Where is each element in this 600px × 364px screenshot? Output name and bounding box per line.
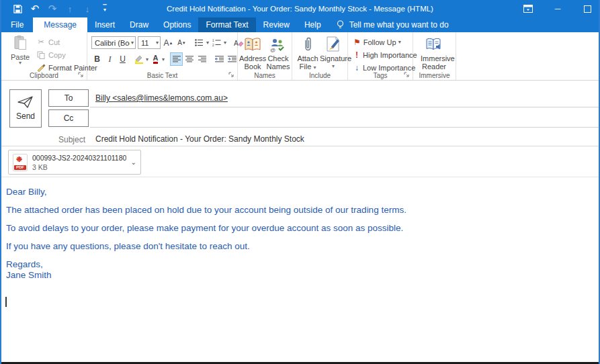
paperclip-icon <box>294 35 321 52</box>
tags-dialog-launcher-icon[interactable] <box>404 72 411 79</box>
to-field-underline <box>90 107 599 107</box>
tab-options[interactable]: Options <box>156 17 198 32</box>
tab-file[interactable]: File <box>1 17 33 32</box>
attachment-meta: 000993-JS2-20240321101180660.PDF 3 KB <box>32 154 126 171</box>
tell-me-box[interactable]: Tell me what you want to do <box>337 17 449 32</box>
follow-up-flag-icon: ⚑ <box>353 38 361 47</box>
font-name-combo[interactable]: Calibri (Bod ▾ <box>91 36 136 49</box>
tab-draw[interactable]: Draw <box>122 17 156 32</box>
ribbon-group-include: Attach File ▾ Signature ▾ Include <box>292 32 348 80</box>
clipboard-dialog-launcher-icon[interactable] <box>78 72 85 79</box>
address-book-icon <box>239 35 266 52</box>
outlook-message-window: ↶ ↷ ↑ ↓ ▔▾ Credit Hold Notification - Yo… <box>0 0 600 364</box>
save-icon[interactable] <box>11 3 24 15</box>
follow-up-button[interactable]: ⚑ Follow Up ▾ <box>353 36 417 48</box>
signature-line-1: Regards, <box>6 259 43 269</box>
address-book-button[interactable]: Address Book <box>239 35 266 71</box>
cc-button[interactable]: Cc <box>48 109 89 127</box>
paste-button[interactable]: Paste ▾ <box>7 35 34 73</box>
text-cursor <box>5 297 7 307</box>
low-importance-icon: ↓ <box>353 63 360 73</box>
immersive-reader-label-1: Immersive <box>421 54 447 62</box>
attach-file-button[interactable]: Attach File ▾ <box>294 35 321 72</box>
font-name-value: Calibri (Bod <box>95 39 130 47</box>
tab-message[interactable]: Message <box>33 17 87 32</box>
move-up-icon[interactable]: ↑ <box>63 3 77 15</box>
quick-access-toolbar: ↶ ↷ ↑ ↓ ▔▾ <box>1 3 112 15</box>
basic-text-group-label: Basic Text <box>87 72 237 79</box>
customize-quick-access-icon[interactable]: ▔▾ <box>98 3 112 15</box>
move-down-icon[interactable]: ↓ <box>81 3 94 15</box>
tab-review[interactable]: Review <box>256 17 297 32</box>
bold-button[interactable]: B <box>91 53 103 65</box>
copy-icon <box>36 50 46 59</box>
numbering-dropdown-icon[interactable]: ▾ <box>224 40 226 46</box>
attach-file-dropdown-icon: ▾ <box>313 64 316 71</box>
align-center-button[interactable] <box>183 53 195 65</box>
highlight-dropdown-icon[interactable]: ▾ <box>146 56 148 62</box>
high-importance-label: High Importance <box>363 51 417 59</box>
signature-dropdown-icon: ▾ <box>320 62 347 71</box>
tab-format-text[interactable]: Format Text <box>198 17 255 32</box>
attachment-dropdown-icon[interactable]: ⌄ <box>131 158 136 166</box>
tab-insert[interactable]: Insert <box>87 17 122 32</box>
bullets-dropdown-icon[interactable]: ▾ <box>206 40 209 46</box>
message-body-editor[interactable]: Dear Billy, The attached order has been … <box>1 177 599 362</box>
ribbon-display-options-icon[interactable] <box>522 3 534 15</box>
decrease-indent-button[interactable] <box>214 53 225 65</box>
font-size-dropdown-icon: ▾ <box>156 40 159 46</box>
shrink-font-button[interactable]: A▼ <box>176 37 187 49</box>
to-button[interactable]: To <box>48 89 89 107</box>
signature-button[interactable]: Signature ▾ <box>320 35 347 71</box>
send-label: Send <box>16 111 35 121</box>
cut-label: Cut <box>48 38 60 46</box>
svg-text:@: @ <box>270 47 275 52</box>
underline-button[interactable]: U <box>117 53 128 65</box>
font-size-combo[interactable]: 11 ▾ <box>138 36 161 49</box>
highlight-button[interactable] <box>134 53 145 65</box>
follow-up-dropdown-icon: ▾ <box>398 39 401 45</box>
basic-text-dialog-launcher-icon[interactable] <box>228 72 235 79</box>
align-left-button[interactable] <box>171 53 182 65</box>
font-name-dropdown-icon: ▾ <box>131 40 134 46</box>
undo-icon[interactable]: ↶ <box>28 3 42 15</box>
font-color-button[interactable]: A <box>150 53 161 65</box>
high-importance-icon: ! <box>353 50 360 60</box>
tab-help[interactable]: Help <box>297 17 329 32</box>
italic-button[interactable]: I <box>104 53 116 65</box>
grow-font-button[interactable]: A▲ <box>163 37 174 49</box>
high-importance-button[interactable]: ! High Importance <box>353 49 417 60</box>
check-names-button[interactable]: @ Check Names <box>265 35 292 71</box>
font-color-dropdown-icon[interactable]: ▾ <box>162 56 165 62</box>
send-button[interactable]: Send <box>9 89 42 128</box>
to-recipient[interactable]: Billy <sales@limes&lemons.com.au> <box>95 93 228 103</box>
subject-label: Subject <box>58 135 85 144</box>
check-names-label-2: Names <box>265 62 292 71</box>
names-group-label: Names <box>238 72 292 79</box>
numbering-button[interactable]: 12 <box>211 37 222 49</box>
increase-indent-button[interactable] <box>226 53 238 65</box>
ribbon-group-names: Address Book @ Check Names Names <box>238 32 292 80</box>
maximize-icon[interactable] <box>581 3 593 15</box>
font-color-letter: A <box>153 54 159 62</box>
attachment-chip[interactable]: ❉ PDF 000993-JS2-20240321101180660.PDF 3… <box>8 150 141 175</box>
include-group-label: Include <box>292 72 347 79</box>
font-size-value: 11 <box>141 39 155 47</box>
lightbulb-icon <box>337 20 344 30</box>
subject-field[interactable]: Credit Hold Notification - Your Order: S… <box>95 134 304 144</box>
body-paragraph: If you have any questions, please don't … <box>6 241 592 252</box>
immersive-reader-button[interactable]: Immersive Reader <box>421 35 447 71</box>
bullets-button[interactable] <box>194 37 205 49</box>
pdf-file-icon: ❉ PDF <box>13 154 28 171</box>
immersive-reader-icon <box>421 35 447 52</box>
window-controls: ─ <box>522 0 593 17</box>
svg-text:2: 2 <box>212 44 214 47</box>
ribbon-tab-strip: File Message Insert Draw Options Format … <box>1 17 599 32</box>
minimize-icon[interactable]: ─ <box>552 3 564 15</box>
attachment-area: ❉ PDF 000993-JS2-20240321101180660.PDF 3… <box>1 147 599 177</box>
redo-icon[interactable]: ↷ <box>46 3 59 15</box>
title-bar: ↶ ↷ ↑ ↓ ▔▾ Credit Hold Notification - Yo… <box>1 0 599 17</box>
signature-line-2: Jane Smith <box>6 270 52 280</box>
align-right-button[interactable] <box>196 53 208 65</box>
clipboard-group-label: Clipboard <box>1 72 87 79</box>
